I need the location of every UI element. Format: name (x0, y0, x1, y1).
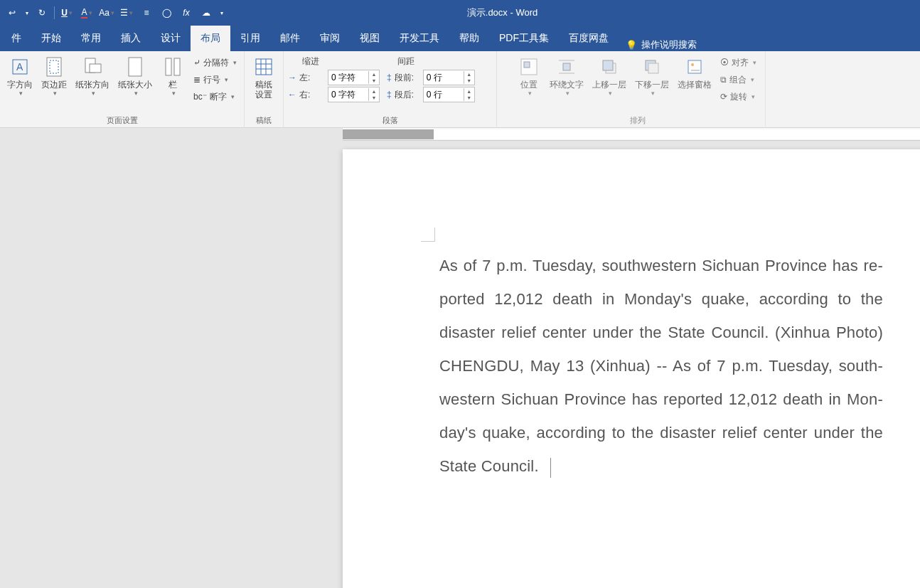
indent-right-label: 右: (299, 89, 325, 101)
horizontal-ruler[interactable] (343, 128, 920, 141)
text-direction-icon: A (9, 55, 31, 78)
selection-pane-button[interactable]: 选择窗格 (675, 54, 715, 91)
chevron-down-icon: ▾ (92, 90, 95, 97)
hyphenation-button[interactable]: bc⁻断字▾ (191, 88, 240, 105)
columns-button[interactable]: 栏 ▾ (158, 54, 188, 98)
underline-button[interactable]: U▾ (58, 4, 76, 22)
undo-button[interactable]: ↩ (3, 4, 21, 22)
group-manuscript: 稿纸设置 稿纸 (245, 51, 284, 128)
spin-up[interactable]: ▲ (369, 71, 379, 77)
group-label-page-setup: 页面设置 (4, 114, 240, 128)
orientation-icon (81, 55, 104, 78)
font-color-icon: A (81, 7, 87, 18)
tab-file[interactable]: 件 (1, 26, 31, 51)
tell-me-label: 操作说明搜索 (641, 38, 697, 51)
spin-down[interactable]: ▼ (464, 77, 474, 84)
tab-review[interactable]: 审阅 (310, 26, 350, 51)
space-after-input[interactable] (424, 90, 464, 100)
hyphenation-icon: bc⁻ (193, 92, 207, 102)
group-label-paragraph: 段落 (288, 114, 492, 128)
indent-left-spinner[interactable]: ▲▼ (328, 70, 380, 85)
spin-down[interactable]: ▼ (464, 95, 474, 101)
chevron-down-icon: ▾ (134, 90, 138, 97)
space-before-icon: ‡ (387, 73, 392, 82)
title-bar: ↩ ▾ ↻ U▾ A▾ Aa▾ ☰▾ ≡ ◯ fx ☁ ▾ 演示.docx - … (0, 0, 920, 26)
tab-layout[interactable]: 布局 (191, 26, 230, 51)
send-backward-icon (641, 55, 663, 78)
bullets-icon: ☰ (120, 8, 128, 18)
svg-rect-7 (166, 58, 171, 75)
circle-icon: ◯ (162, 8, 171, 18)
bullets-button[interactable]: ☰▾ (117, 4, 136, 22)
underline-icon: U (61, 8, 68, 18)
margin-corner-tl (421, 228, 435, 242)
orientation-button[interactable]: 纸张方向 ▾ (73, 54, 112, 98)
space-after-spinner[interactable]: ▲▼ (423, 87, 475, 102)
manuscript-settings-button[interactable]: 稿纸设置 (249, 54, 279, 101)
tab-help[interactable]: 帮助 (449, 26, 489, 51)
document-body-text[interactable]: As of 7 p.m. Tuesday, southwestern Sichu… (439, 249, 883, 483)
position-icon (518, 55, 540, 78)
svg-rect-15 (524, 62, 530, 68)
undo-dropdown[interactable]: ▾ (23, 4, 31, 22)
change-case-button[interactable]: Aa▾ (97, 4, 116, 22)
selection-pane-icon (683, 55, 706, 78)
breaks-button[interactable]: ⤶分隔符▾ (191, 54, 240, 71)
spin-up[interactable]: ▲ (464, 71, 474, 77)
spin-down[interactable]: ▼ (369, 95, 379, 101)
chevron-down-icon: ▾ (220, 10, 223, 16)
align-button: ⦿对齐▾ (717, 54, 759, 71)
redo-button[interactable]: ↻ (33, 4, 51, 22)
tab-pdf-tools[interactable]: PDF工具集 (489, 26, 559, 51)
ribbon-tabs: 件 开始 常用 插入 设计 布局 引用 邮件 审阅 视图 开发工具 帮助 PDF… (0, 26, 920, 51)
text-direction-button[interactable]: A 字方向 ▾ (4, 54, 36, 98)
spin-up[interactable]: ▲ (464, 88, 474, 95)
shape-button[interactable]: ◯ (157, 4, 176, 22)
quick-access-toolbar: ↩ ▾ ↻ U▾ A▾ Aa▾ ☰▾ ≡ ◯ fx ☁ ▾ (0, 4, 227, 22)
spacing-header: 间距 (397, 55, 414, 68)
chevron-down-icon: ▾ (53, 90, 57, 97)
tab-common[interactable]: 常用 (71, 26, 111, 51)
ribbon: A 字方向 ▾ 页边距 ▾ 纸张方向 ▾ 纸张大小 ▾ 栏 (0, 51, 920, 128)
tab-mailings[interactable]: 邮件 (270, 26, 310, 51)
change-case-icon: Aa (99, 8, 109, 18)
tab-developer[interactable]: 开发工具 (390, 26, 449, 51)
space-before-spinner[interactable]: ▲▼ (423, 70, 475, 85)
align-button[interactable]: ≡ (137, 4, 156, 22)
svg-rect-9 (256, 59, 272, 75)
font-color-button[interactable]: A▾ (77, 4, 96, 22)
formula-button[interactable]: fx (177, 4, 196, 22)
qat-customize[interactable]: ▾ (217, 4, 227, 22)
wrap-text-button: 环绕文字▾ (547, 54, 587, 98)
spin-down[interactable]: ▼ (369, 77, 379, 84)
document-page[interactable]: As of 7 p.m. Tuesday, southwestern Sichu… (343, 149, 920, 588)
margins-button[interactable]: 页边距 ▾ (38, 54, 70, 98)
size-button[interactable]: 纸张大小 ▾ (115, 54, 155, 98)
svg-rect-5 (90, 64, 101, 73)
tab-design[interactable]: 设计 (151, 26, 191, 51)
indent-left-input[interactable] (328, 73, 368, 82)
cloud-button[interactable]: ☁ (197, 4, 215, 22)
group-objects-button: ⧉组合▾ (717, 71, 759, 88)
window-title: 演示.docx - Word (227, 6, 920, 19)
text-caret (550, 458, 551, 478)
tab-home[interactable]: 开始 (31, 26, 71, 51)
line-numbers-button[interactable]: ≣行号▾ (191, 71, 240, 88)
tell-me-search[interactable]: 💡 操作说明搜索 (619, 38, 704, 51)
svg-point-24 (691, 63, 694, 66)
line-numbers-icon: ≣ (193, 75, 200, 85)
rotate-button: ⟳旋转▾ (717, 88, 759, 105)
tab-view[interactable]: 视图 (350, 26, 390, 51)
chevron-down-icon: ▾ (26, 10, 28, 16)
bring-forward-button: 上移一层▾ (589, 54, 629, 98)
send-backward-button: 下移一层▾ (632, 54, 672, 98)
indent-right-spinner[interactable]: ▲▼ (328, 87, 380, 102)
indent-right-input[interactable] (328, 90, 368, 100)
spin-up[interactable]: ▲ (369, 88, 379, 95)
space-before-input[interactable] (424, 73, 464, 82)
bring-forward-icon (598, 55, 621, 78)
tab-insert[interactable]: 插入 (111, 26, 151, 51)
tab-references[interactable]: 引用 (230, 26, 270, 51)
tab-baidu-netdisk[interactable]: 百度网盘 (559, 26, 619, 51)
breaks-icon: ⤶ (193, 58, 200, 68)
